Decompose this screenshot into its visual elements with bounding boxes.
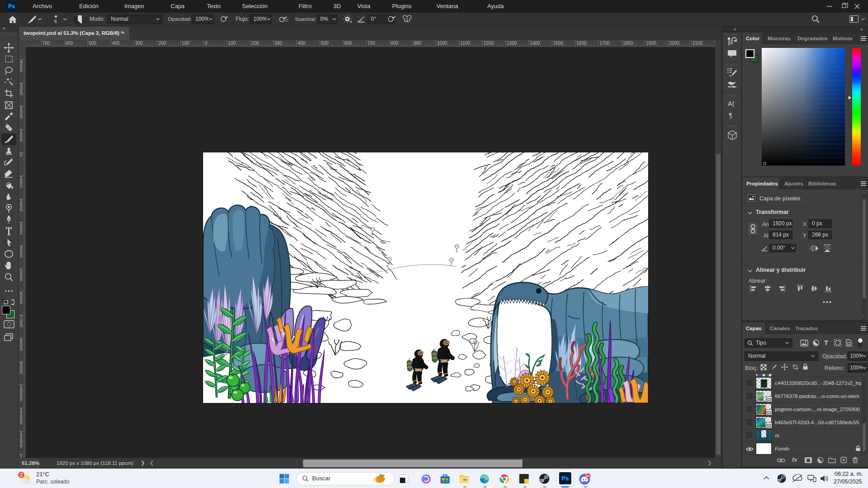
- svg-text:0: 0: [20, 152, 23, 157]
- svg-text:9+: 9+: [586, 474, 590, 478]
- svg-text:1700: 1700: [600, 41, 610, 46]
- svg-text:1300: 1300: [507, 41, 517, 46]
- svg-text:0: 0: [20, 253, 23, 258]
- svg-text:0: 0: [20, 184, 23, 189]
- svg-text:1200: 1200: [484, 41, 494, 46]
- svg-text:0: 0: [20, 370, 23, 374]
- svg-text:0: 0: [20, 277, 23, 282]
- svg-text:1900: 1900: [646, 41, 656, 46]
- svg-text:0: 0: [20, 91, 23, 96]
- svg-text:0: 0: [20, 323, 23, 328]
- svg-text:1800: 1800: [623, 41, 633, 46]
- svg-text:0: 0: [20, 230, 23, 235]
- svg-text:1400: 1400: [530, 41, 541, 46]
- svg-text:1600: 1600: [576, 41, 587, 46]
- svg-text:0: 0: [20, 137, 23, 142]
- svg-text:2100: 2100: [693, 41, 703, 46]
- svg-text:1: 1: [20, 454, 23, 458]
- svg-text:0: 0: [20, 443, 23, 448]
- svg-text:1100: 1100: [460, 41, 470, 46]
- svg-text:0: 0: [20, 207, 23, 212]
- svg-text:0: 0: [20, 397, 23, 402]
- svg-text:0: 0: [20, 68, 23, 73]
- svg-text:0: 0: [20, 300, 23, 305]
- svg-text:1000: 1000: [437, 41, 447, 46]
- svg-text:0: 0: [20, 420, 23, 425]
- svg-text:2: 2: [20, 473, 23, 478]
- svg-text:0: 0: [20, 346, 23, 351]
- svg-text:1500: 1500: [553, 41, 564, 46]
- svg-text:2000: 2000: [669, 41, 680, 46]
- svg-text:0: 0: [20, 114, 23, 119]
